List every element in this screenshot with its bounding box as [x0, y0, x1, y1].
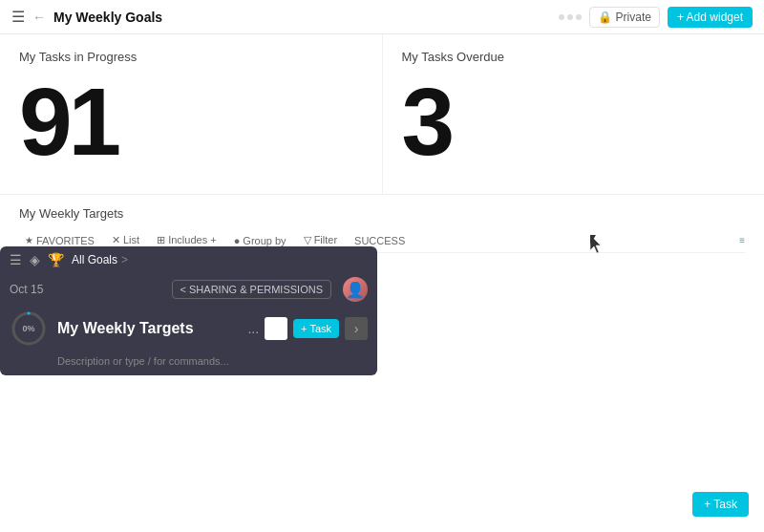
private-button[interactable]: 🔒 Private — [589, 7, 660, 28]
popup-share-button[interactable]: < SHARING & PERMISSIONS — [172, 280, 331, 299]
menu-icon[interactable]: ☰ — [11, 8, 25, 26]
popup-bookmark-icon[interactable]: ◈ — [30, 252, 40, 267]
popup-task-button[interactable]: + Task — [293, 319, 339, 338]
widget-number-in-progress: 91 — [19, 74, 363, 169]
popup-goal-icon[interactable]: 🏆 — [48, 252, 64, 267]
popup-white-button[interactable] — [265, 317, 287, 340]
breadcrumb-arrow: > — [121, 253, 128, 266]
popup-date: Oct 15 — [10, 283, 43, 296]
popup-content: 0% My Weekly Targets ... + Task › — [0, 306, 377, 351]
add-task-fab[interactable]: + Task — [692, 492, 749, 517]
popup-date-bar: Oct 15 < SHARING & PERMISSIONS 👤 — [0, 273, 377, 306]
add-widget-button[interactable]: + Add widget — [668, 7, 753, 28]
page-title: My Weekly Goals — [53, 10, 162, 25]
popup-actions: ... + Task › — [247, 317, 368, 340]
popup-breadcrumb: All Goals > — [72, 253, 128, 266]
widget-title-overdue: My Tasks Overdue — [402, 50, 746, 64]
targets-title: My Weekly Targets — [19, 206, 745, 221]
header-right: 🔒 Private + Add widget — [559, 7, 753, 28]
filter-action-icon[interactable]: ≡ — [739, 235, 745, 245]
header: ☰ ← My Weekly Goals 🔒 Private + Add widg… — [0, 0, 764, 34]
breadcrumb-all-goals[interactable]: All Goals — [72, 253, 117, 266]
popup-description: Description or type / for commands... — [0, 351, 377, 372]
widget-tasks-in-progress: My Tasks in Progress 91 — [0, 34, 383, 194]
widget-tasks-overdue: My Tasks Overdue 3 — [383, 34, 765, 194]
popup-avatar: 👤 — [343, 277, 368, 302]
popup-top-bar: ☰ ◈ 🏆 All Goals > — [0, 246, 377, 273]
popup-menu-icon[interactable]: ☰ — [10, 252, 22, 267]
popup-main-title: My Weekly Targets — [57, 320, 238, 337]
popup-ellipsis-icon[interactable]: ... — [247, 321, 259, 336]
widget-number-overdue: 3 — [402, 74, 746, 169]
progress-ring: 0% — [10, 309, 48, 348]
popup-overlay: ☰ ◈ 🏆 All Goals > Oct 15 < SHARING & PER… — [0, 246, 377, 375]
lock-icon: 🔒 — [598, 11, 612, 24]
targets-section: My Weekly Targets ★ FAVORITES ✕ List ⊞ I… — [0, 195, 764, 253]
header-left: ☰ ← My Weekly Goals — [11, 8, 559, 26]
back-icon[interactable]: ← — [32, 10, 46, 25]
progress-label: 0% — [22, 324, 34, 333]
widget-title-in-progress: My Tasks in Progress — [19, 50, 363, 64]
popup-more-button[interactable]: › — [345, 317, 368, 340]
widgets-row: My Tasks in Progress 91 My Tasks Overdue… — [0, 34, 764, 195]
